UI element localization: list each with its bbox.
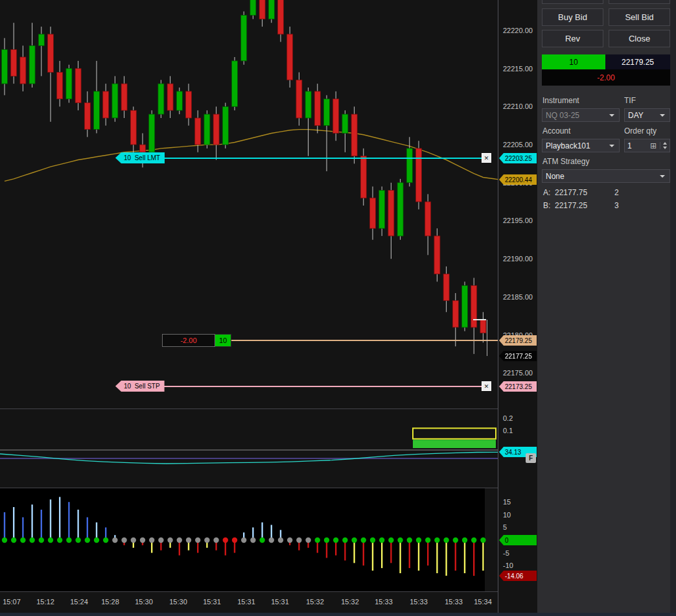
candle	[121, 84, 127, 110]
order-qty-value: 1	[627, 141, 632, 150]
candle	[38, 34, 44, 46]
instrument-value: NQ 03-25	[546, 111, 579, 120]
trading-platform-window: 10 Sell LMT -2.00 10 10 Sell STP 22220.0…	[0, 0, 676, 616]
candle	[103, 91, 109, 118]
delta-axis-label: 15	[503, 498, 511, 506]
delta-dot	[2, 538, 7, 543]
delta-dot	[397, 538, 402, 543]
candle	[278, 0, 284, 34]
candle	[342, 114, 348, 133]
partial-button-top-left[interactable]	[542, 0, 603, 4]
position-row: 10 22179.25	[542, 54, 670, 69]
sell-bid-button[interactable]: Sell Bid	[609, 8, 670, 26]
delta-dot	[361, 538, 366, 543]
candle	[351, 114, 357, 156]
atm-strategy-label: ATM Strategy	[542, 157, 589, 166]
candle	[57, 73, 63, 99]
cancel-stop-order-button[interactable]	[482, 381, 491, 391]
atm-strategy-select[interactable]: None	[542, 169, 670, 183]
candle	[222, 106, 228, 145]
candle	[176, 91, 182, 110]
candle	[324, 99, 330, 126]
delta-dot	[48, 538, 53, 543]
order-qty-input[interactable]: 1	[624, 139, 670, 152]
time-label: 15:12	[36, 598, 54, 606]
delta-dot	[213, 538, 218, 543]
sell-limit-order-label[interactable]: 10 Sell LMT	[115, 152, 165, 163]
candle	[149, 114, 155, 152]
time-label: 15:30	[135, 598, 153, 606]
delta-dot	[149, 538, 154, 543]
cancel-limit-order-button[interactable]	[482, 153, 491, 163]
time-label: 15:33	[375, 598, 393, 606]
sell-limit-order-line[interactable]	[162, 158, 482, 159]
partial-button-top-right[interactable]	[609, 0, 670, 4]
last-price-connector	[487, 320, 487, 356]
candle	[66, 69, 72, 99]
buy-bid-button[interactable]: Buy Bid	[542, 8, 603, 26]
delta-dot	[167, 538, 172, 543]
ask-label: A:	[543, 188, 555, 197]
delta-dot	[39, 538, 44, 543]
chart-canvas[interactable]	[0, 0, 498, 613]
spinner-down-icon[interactable]	[663, 147, 667, 149]
position-pnl-box: -2.00 10	[162, 334, 231, 347]
signal-box	[413, 428, 496, 438]
chevron-down-icon	[660, 175, 665, 178]
candle	[268, 0, 274, 19]
candle	[241, 16, 247, 61]
delta-dot	[333, 538, 338, 543]
account-value: Playback101	[546, 141, 590, 150]
candle	[434, 236, 440, 274]
time-label: 15:24	[70, 598, 88, 606]
delta-dot	[259, 538, 264, 543]
bid-price: 22177.25	[555, 201, 601, 210]
candle	[379, 191, 385, 229]
ask-quote-row: A: 22177.75 2	[543, 188, 666, 197]
position-pnl-cell: -2.00	[542, 69, 670, 86]
candle	[186, 91, 192, 118]
candle	[425, 202, 431, 236]
delta-dot	[416, 538, 421, 543]
delta-dot	[29, 538, 34, 543]
delta-dot	[20, 538, 25, 543]
close-position-button[interactable]: Close	[609, 30, 670, 47]
tif-value: DAY	[628, 111, 644, 120]
delta-dot	[11, 538, 16, 543]
candle	[29, 45, 35, 84]
price-marker: 0	[499, 535, 537, 545]
tif-select[interactable]: DAY	[624, 108, 670, 122]
instrument-select[interactable]: NQ 03-25	[542, 108, 620, 122]
signal-box	[413, 440, 496, 448]
price-marker: 22173.25	[499, 381, 537, 392]
candle	[48, 34, 54, 73]
candle	[259, 0, 265, 19]
ask-price: 22177.75	[555, 188, 601, 197]
keypad-icon[interactable]	[650, 142, 657, 150]
reverse-button[interactable]: Rev	[542, 30, 603, 47]
delta-axis-label: 10	[503, 511, 511, 519]
time-label: 15:31	[237, 598, 255, 606]
qty-spinner[interactable]	[660, 142, 667, 149]
price-marker: 22177.25	[499, 351, 537, 361]
position-pnl-value: -2.00	[162, 334, 215, 347]
oscillator-axis-label: 0.2	[503, 414, 513, 422]
axis-price-label: 22190.00	[503, 255, 533, 263]
delta-dot	[195, 538, 200, 543]
account-select[interactable]: Playback101	[542, 139, 620, 152]
candle	[112, 84, 118, 118]
last-price-dash	[473, 319, 486, 320]
sell-stop-order-line[interactable]	[162, 386, 482, 387]
price-marker: -14.06	[499, 571, 537, 581]
spinner-up-icon[interactable]	[663, 142, 667, 145]
candle	[232, 61, 238, 106]
delta-dot	[434, 538, 439, 543]
candle	[195, 118, 201, 145]
delta-dot	[140, 538, 145, 543]
sell-stop-order-label[interactable]: 10 Sell STP	[115, 381, 165, 392]
candle	[397, 183, 403, 236]
time-label: 15:31	[271, 598, 289, 606]
delta-dot	[296, 538, 301, 543]
bid-quote-row: B: 22177.25 3	[543, 201, 666, 210]
candle	[75, 69, 81, 103]
